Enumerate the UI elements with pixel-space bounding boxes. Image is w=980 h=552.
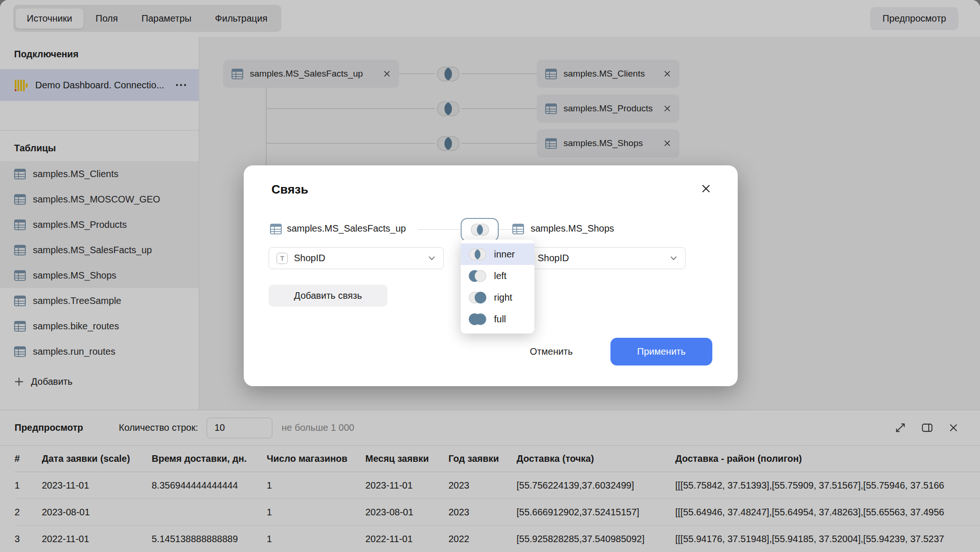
chevron-down-icon	[670, 254, 678, 262]
left-field-select[interactable]: T ShopID	[269, 247, 444, 269]
apply-button[interactable]: Применить	[610, 338, 712, 365]
join-option-label: full	[494, 314, 506, 325]
dialog-close-icon[interactable]	[700, 182, 712, 195]
join-type-selector[interactable]	[461, 218, 499, 241]
right-field-value: ShopID	[538, 253, 664, 264]
table-icon	[512, 224, 524, 234]
add-link-button[interactable]: Добавить связь	[269, 285, 387, 307]
join-option-left[interactable]: left	[461, 265, 534, 287]
table-icon	[270, 224, 282, 234]
join-right-icon	[467, 291, 488, 304]
join-left-icon	[467, 269, 488, 283]
relation-row: samples.MS_SalesFacts_up samples.MS_Shop…	[244, 218, 738, 241]
relation-right-table: samples.MS_Shops	[531, 223, 614, 234]
join-full-icon	[467, 312, 488, 326]
join-option-full[interactable]: full	[461, 308, 534, 330]
app-window: ИсточникиПоляПараметрыФильтрация Предпро…	[0, 0, 980, 552]
join-option-inner[interactable]: inner	[461, 243, 534, 265]
left-field-value: ShopID	[294, 253, 422, 264]
join-option-right[interactable]: right	[461, 287, 534, 308]
dialog-title: Связь	[271, 182, 309, 197]
connector-line	[418, 229, 461, 230]
cancel-button[interactable]: Отменить	[521, 338, 582, 365]
string-type-icon: T	[277, 253, 288, 264]
join-option-label: left	[494, 271, 507, 281]
join-inner-icon	[469, 223, 491, 237]
chevron-down-icon	[428, 254, 436, 262]
join-option-label: right	[494, 292, 512, 303]
right-field-select[interactable]: T ShopID	[512, 247, 686, 269]
connector-line	[499, 229, 512, 230]
relation-left-table: samples.MS_SalesFacts_up	[287, 223, 406, 234]
join-type-menu: innerleftrightfull	[461, 240, 534, 334]
join-option-label: inner	[494, 249, 515, 260]
join-inner-icon	[467, 248, 488, 261]
